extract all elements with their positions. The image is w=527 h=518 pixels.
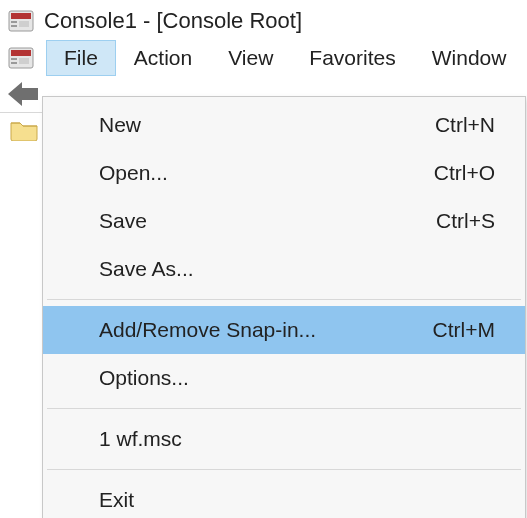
menu-item-label: Save [99,209,147,233]
svg-rect-7 [11,58,17,60]
back-arrow-icon[interactable] [8,82,38,106]
menu-label: File [64,46,98,69]
mmc-icon [8,47,34,69]
menu-separator [47,299,521,300]
svg-rect-3 [11,25,17,27]
window-title: Console1 - [Console Root] [44,8,302,34]
menu-label: Window [432,46,507,69]
menu-item-label: New [99,113,141,137]
menu-item-label: Open... [99,161,168,185]
menu-recent-1[interactable]: 1 wf.msc [43,415,525,463]
svg-rect-2 [11,21,17,23]
menu-item-shortcut: Ctrl+N [435,113,495,137]
menu-favorites[interactable]: Favorites [291,40,413,76]
menu-open[interactable]: Open... Ctrl+O [43,149,525,197]
menu-save[interactable]: Save Ctrl+S [43,197,525,245]
menu-separator [47,408,521,409]
menu-add-remove-snapin[interactable]: Add/Remove Snap-in... Ctrl+M [43,306,525,354]
menu-item-label: 1 wf.msc [99,427,182,451]
folder-icon [10,124,38,145]
menu-options[interactable]: Options... [43,354,525,402]
menu-item-shortcut: Ctrl+O [434,161,495,185]
file-menu-dropdown: New Ctrl+N Open... Ctrl+O Save Ctrl+S Sa… [42,96,526,518]
svg-rect-4 [19,21,29,27]
svg-rect-1 [11,13,31,19]
svg-rect-9 [19,58,29,64]
menu-view[interactable]: View [210,40,291,76]
menu-exit[interactable]: Exit [43,476,525,518]
menu-label: View [228,46,273,69]
menu-item-label: Options... [99,366,189,390]
menu-file[interactable]: File [46,40,116,76]
menu-separator [47,469,521,470]
menu-item-shortcut: Ctrl+M [433,318,495,342]
menu-action[interactable]: Action [116,40,210,76]
menu-label: Favorites [309,46,395,69]
menu-item-shortcut: Ctrl+S [436,209,495,233]
title-bar: Console1 - [Console Root] [0,0,527,40]
menu-new[interactable]: New Ctrl+N [43,101,525,149]
menu-save-as[interactable]: Save As... [43,245,525,293]
menubar: File Action View Favorites Window [46,40,524,76]
menu-window[interactable]: Window [414,40,525,76]
svg-marker-10 [8,82,38,106]
menubar-row: File Action View Favorites Window [0,40,527,76]
menu-item-label: Exit [99,488,134,512]
menu-item-label: Add/Remove Snap-in... [99,318,316,342]
menu-label: Action [134,46,192,69]
menu-item-label: Save As... [99,257,194,281]
svg-rect-6 [11,50,31,56]
svg-rect-8 [11,62,17,64]
mmc-icon [8,10,34,32]
